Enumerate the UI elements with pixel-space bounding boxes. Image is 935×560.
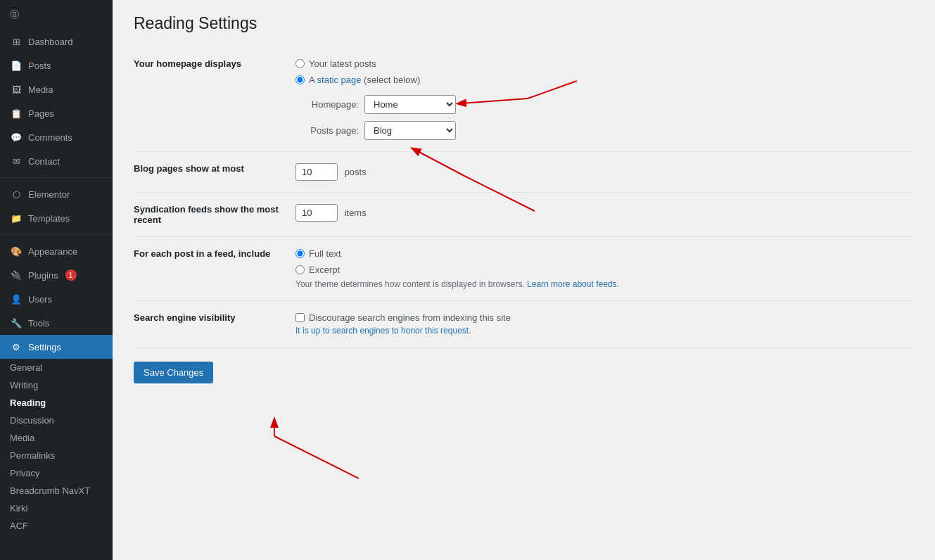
full-text-label: Full text [309,248,341,259]
search-engine-checkbox[interactable] [295,313,305,322]
sidebar-sub-discussion[interactable]: Discussion [0,412,113,429]
latest-posts-radio[interactable] [295,59,305,68]
plugins-icon: 🔌 [10,269,23,281]
wp-icon: ⓪ [10,8,19,21]
static-page-row: A static page (select below) [295,75,907,85]
users-icon: 👤 [10,293,23,305]
sidebar-item-templates[interactable]: 📁 Templates [0,206,113,230]
svg-line-6 [274,436,359,478]
static-page-radio[interactable] [295,75,305,84]
blog-pages-count[interactable] [295,163,338,181]
sidebar-sub-kirki[interactable]: Kirki [0,499,113,517]
blog-pages-suffix: posts [345,167,367,177]
latest-posts-label: Your latest posts [309,58,376,69]
page-title: Reading Settings [134,14,914,33]
sidebar-label-pages: Pages [28,108,54,119]
sidebar-label-dashboard: Dashboard [28,37,73,47]
sidebar-item-settings[interactable]: ⚙ Settings [0,335,113,359]
feed-include-input: Full text Excerpt Your theme determines … [288,237,914,301]
sidebar-item-posts[interactable]: 📄 Posts [0,53,113,77]
sidebar-item-contact[interactable]: ✉ Contact [0,149,113,173]
sidebar-item-comments[interactable]: 💬 Comments [0,125,113,149]
sidebar-sub-permalinks[interactable]: Permalinks [0,447,113,464]
comments-icon: 💬 [10,131,23,144]
sidebar-separator-1 [0,177,113,178]
sidebar-item-appearance[interactable]: 🎨 Appearance [0,239,113,263]
contact-icon: ✉ [10,155,23,167]
sidebar-item-plugins[interactable]: 🔌 Plugins 1 [0,263,113,287]
sidebar-item-elementor[interactable]: ⬡ Elementor [0,182,113,206]
search-engine-label: Search engine visibility [134,301,288,348]
feed-description: Your theme determines how content is dis… [295,279,907,289]
search-engine-input: Discourage search engines from indexing … [288,301,914,348]
excerpt-label: Excerpt [309,265,340,275]
appearance-icon: 🎨 [10,245,23,257]
homepage-radio-group: Your latest posts A static page (select … [295,58,907,85]
sidebar-label-comments: Comments [28,132,72,143]
tools-icon: 🔧 [10,317,23,329]
feed-radio-group: Full text Excerpt [295,248,907,275]
sidebar-separator-2 [0,234,113,235]
homepage-select[interactable]: Home About Contact Blog [364,95,456,114]
homepage-select-label: Homepage: [295,99,359,110]
sidebar-label-users: Users [28,294,52,305]
sidebar-label-media: Media [28,84,53,95]
settings-form: Your homepage displays Your latest posts… [134,47,914,348]
syndication-label: Syndication feeds show the most recent [134,193,288,237]
homepage-displays-input: Your latest posts A static page (select … [288,47,914,152]
wp-logo: ⓪ [0,0,113,30]
static-page-link[interactable]: static page [317,75,362,85]
search-engine-checkbox-label: Discourage search engines from indexing … [309,312,511,323]
save-changes-button[interactable]: Save Changes [134,362,213,383]
sidebar-label-contact: Contact [28,156,60,167]
feed-include-row: For each post in a feed, include Full te… [134,237,914,301]
sidebar-label-appearance: Appearance [28,246,77,257]
sidebar-sub-media[interactable]: Media [0,429,113,447]
sidebar-label-posts: Posts [28,61,51,71]
homepage-displays-label: Your homepage displays [134,47,288,152]
main-content: Reading Settings Your homepage displays … [113,0,935,560]
posts-page-select-label: Posts page: [295,125,359,136]
full-text-radio[interactable] [295,249,305,258]
homepage-select-row: Homepage: Home About Contact Blog [295,95,907,114]
excerpt-row: Excerpt [295,265,907,275]
search-engine-checkbox-row: Discourage search engines from indexing … [295,312,907,323]
static-page-label: A static page (select below) [309,75,420,85]
sidebar-sub-reading[interactable]: Reading [0,394,113,412]
feed-include-label: For each post in a feed, include [134,237,288,301]
dashboard-icon: ⊞ [10,35,23,48]
sidebar-sub-writing[interactable]: Writing [0,376,113,394]
sidebar-sub-breadcrumb-navxt[interactable]: Breadcrumb NavXT [0,482,113,499]
sidebar-item-pages[interactable]: 📋 Pages [0,101,113,125]
sidebar-label-plugins: Plugins [28,270,58,281]
blog-pages-input: posts [288,152,914,193]
media-icon: 🖼 [10,83,23,96]
sidebar-label-templates: Templates [28,213,70,224]
syndication-row: Syndication feeds show the most recent i… [134,193,914,237]
posts-page-select[interactable]: Blog Home News Archive [364,121,456,140]
sidebar-label-elementor: Elementor [28,189,70,200]
sidebar-sub-acf[interactable]: ACF [0,517,113,535]
posts-page-select-row: Posts page: Blog Home News Archive [295,121,907,140]
full-text-row: Full text [295,248,907,259]
syndication-input: items [288,193,914,237]
blog-pages-row: Blog pages show at most posts [134,152,914,193]
posts-icon: 📄 [10,59,23,72]
sidebar-item-dashboard[interactable]: ⊞ Dashboard [0,30,113,53]
sidebar-label-settings: Settings [28,342,61,352]
pages-icon: 📋 [10,107,23,120]
latest-posts-row: Your latest posts [295,58,907,69]
sidebar-item-media[interactable]: 🖼 Media [0,77,113,101]
sidebar: ⓪ ⊞ Dashboard 📄 Posts 🖼 Media 📋 Pages 💬 … [0,0,113,560]
templates-icon: 📁 [10,212,23,224]
blog-pages-label: Blog pages show at most [134,152,288,193]
excerpt-radio[interactable] [295,265,305,274]
sidebar-sub-general[interactable]: General [0,359,113,376]
syndication-count[interactable] [295,204,338,222]
sidebar-item-tools[interactable]: 🔧 Tools [0,311,113,335]
search-engine-row: Search engine visibility Discourage sear… [134,301,914,348]
learn-more-feeds-link[interactable]: Learn more about feeds [527,279,616,289]
homepage-displays-row: Your homepage displays Your latest posts… [134,47,914,152]
sidebar-sub-privacy[interactable]: Privacy [0,464,113,482]
sidebar-item-users[interactable]: 👤 Users [0,287,113,311]
